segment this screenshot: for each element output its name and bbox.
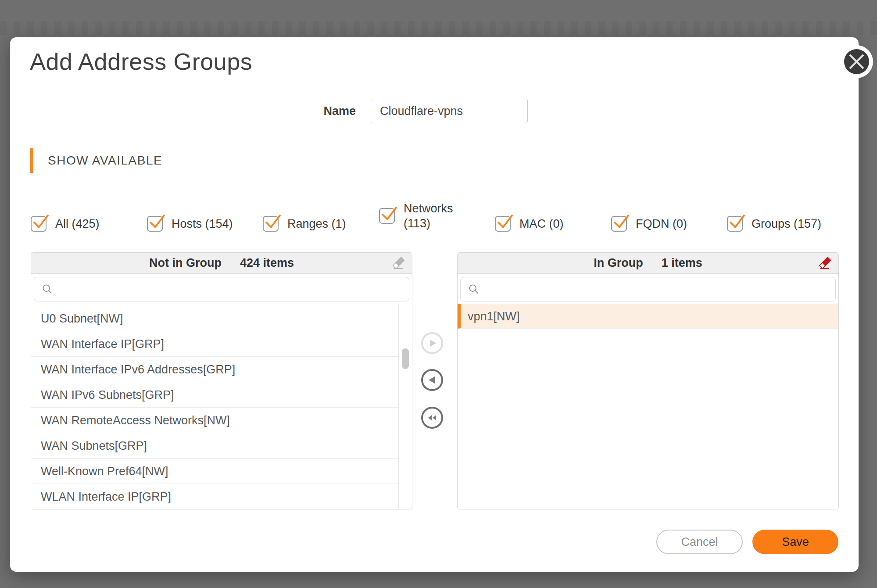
list-item[interactable]: WAN Subnets[GRP] bbox=[31, 433, 398, 459]
checkbox-checked-icon[interactable] bbox=[147, 216, 163, 232]
filter-label: Ranges (1) bbox=[287, 217, 346, 231]
clear-left-selection-button[interactable] bbox=[391, 256, 406, 271]
filter-label: MAC (0) bbox=[519, 217, 564, 231]
filter-label: All (425) bbox=[55, 217, 100, 231]
filter-mac[interactable]: MAC (0) bbox=[495, 216, 564, 232]
not-in-group-list: U0 Subnet[NW] WAN Interface IP[GRP] WAN … bbox=[31, 304, 398, 509]
left-search-input[interactable] bbox=[34, 277, 409, 301]
list-item[interactable]: WAN IPv6 Subnets[GRP] bbox=[31, 382, 398, 408]
panel-title: Not in Group bbox=[149, 256, 222, 270]
checkbox-checked-icon[interactable] bbox=[495, 216, 511, 232]
eraser-icon bbox=[817, 256, 832, 271]
dialog-title: Add Address Groups bbox=[30, 48, 252, 75]
panel-title: In Group bbox=[594, 256, 643, 270]
list-item[interactable]: WLAN Interface IP[GRP] bbox=[31, 484, 398, 509]
search-icon bbox=[468, 283, 480, 295]
list-item[interactable]: WAN RemoteAccess Networks[NW] bbox=[31, 408, 398, 433]
modal-overlay: Add Address Groups Name SHOW AVAILABLE A… bbox=[0, 0, 877, 588]
filter-label: Groups (157) bbox=[752, 217, 821, 231]
name-label: Name bbox=[303, 104, 356, 118]
left-list-scrollbar[interactable] bbox=[398, 304, 412, 509]
name-input[interactable] bbox=[371, 99, 528, 123]
checkbox-checked-icon[interactable] bbox=[31, 216, 47, 232]
filter-groups[interactable]: Groups (157) bbox=[727, 216, 821, 232]
double-arrow-left-icon bbox=[426, 412, 438, 424]
filter-ranges[interactable]: Ranges (1) bbox=[263, 216, 346, 232]
scrollbar-thumb[interactable] bbox=[402, 348, 409, 369]
list-item[interactable]: Well-Known Pref64[NW] bbox=[31, 459, 398, 484]
section-title: SHOW AVAILABLE bbox=[48, 154, 162, 168]
left-search bbox=[34, 277, 409, 301]
filter-all[interactable]: All (425) bbox=[31, 216, 100, 232]
eraser-icon bbox=[391, 256, 406, 271]
filter-networks[interactable]: Networks (113) bbox=[379, 201, 456, 231]
remove-all-from-group-button[interactable] bbox=[421, 407, 443, 429]
in-group-panel: In Group 1 items bbox=[457, 252, 839, 509]
filter-hosts[interactable]: Hosts (154) bbox=[147, 216, 233, 232]
panel-count: 424 items bbox=[240, 256, 294, 270]
section-accent-bar bbox=[30, 148, 33, 173]
move-to-group-button[interactable] bbox=[421, 332, 443, 354]
checkbox-checked-icon[interactable] bbox=[727, 216, 743, 232]
checkbox-checked-icon[interactable] bbox=[611, 216, 627, 232]
right-search bbox=[460, 277, 836, 301]
right-search-input[interactable] bbox=[460, 277, 836, 301]
arrow-right-icon bbox=[426, 337, 438, 349]
cancel-button[interactable]: Cancel bbox=[656, 530, 743, 554]
search-icon bbox=[41, 283, 54, 295]
not-in-group-header: Not in Group 424 items bbox=[31, 253, 412, 274]
show-available-heading: SHOW AVAILABLE bbox=[30, 148, 162, 173]
filter-label: Hosts (154) bbox=[172, 217, 233, 231]
checkbox-checked-icon[interactable] bbox=[379, 208, 395, 224]
background-content-blur bbox=[0, 21, 877, 35]
list-item[interactable]: WAN Interface IP[GRP] bbox=[31, 331, 398, 357]
filter-label: Networks (113) bbox=[404, 201, 456, 231]
list-item[interactable]: U0 Subnet[NW] bbox=[31, 306, 398, 331]
in-group-header: In Group 1 items bbox=[458, 253, 838, 274]
panel-count: 1 items bbox=[662, 256, 702, 270]
not-in-group-panel: Not in Group 424 items bbox=[31, 252, 412, 509]
save-button[interactable]: Save bbox=[752, 530, 838, 554]
remove-from-group-button[interactable] bbox=[421, 369, 443, 391]
filter-label: FQDN (0) bbox=[636, 217, 687, 231]
close-icon bbox=[844, 49, 869, 74]
add-address-groups-dialog: Add Address Groups Name SHOW AVAILABLE A… bbox=[10, 37, 859, 572]
close-button[interactable] bbox=[844, 49, 869, 74]
selected-group-member[interactable]: vpn1[NW] bbox=[458, 304, 838, 329]
clear-group-button[interactable] bbox=[817, 256, 832, 271]
list-item[interactable]: WAN Interface IPv6 Addresses[GRP] bbox=[31, 357, 398, 382]
arrow-left-icon bbox=[426, 374, 438, 386]
checkbox-checked-icon[interactable] bbox=[263, 216, 279, 232]
filter-fqdn[interactable]: FQDN (0) bbox=[611, 216, 687, 232]
